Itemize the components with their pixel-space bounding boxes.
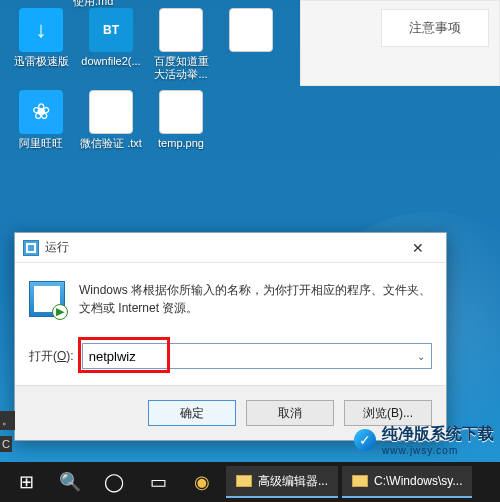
search-icon[interactable]: 🔍 bbox=[50, 462, 90, 502]
cortana-icon[interactable]: ◯ bbox=[94, 462, 134, 502]
folder-icon bbox=[352, 475, 368, 487]
text-file-icon bbox=[229, 8, 273, 52]
run-dialog: 运行 ✕ Windows 将根据你所输入的名称，为你打开相应的程序、文件夹、文档… bbox=[14, 232, 447, 441]
run-body: Windows 将根据你所输入的名称，为你打开相应的程序、文件夹、文档或 Int… bbox=[15, 263, 446, 385]
desktop-icon-temp-png[interactable]: temp.png bbox=[148, 90, 214, 168]
desktop-icon-label: downfile2(... bbox=[81, 55, 140, 68]
desktop-icon-xunlei[interactable]: ↓ 迅雷极速版 bbox=[8, 8, 74, 86]
desktop-icon-blank-doc[interactable] bbox=[218, 8, 284, 86]
chevron-down-icon[interactable]: ⌄ bbox=[411, 344, 431, 368]
run-title: 运行 bbox=[45, 239, 69, 256]
watermark-title: 纯净版系统下载 bbox=[382, 424, 494, 445]
watermark-url: www.jwsy.com bbox=[382, 445, 494, 456]
desktop-icon-baidu-doc[interactable]: 百度知道重大活动举... bbox=[148, 8, 214, 86]
browse-button[interactable]: 浏览(B)... bbox=[344, 400, 432, 426]
chrome-icon[interactable]: ◉ bbox=[182, 462, 222, 502]
taskbar-item-editor[interactable]: 高级编辑器... bbox=[226, 466, 338, 498]
edge-fragment: C bbox=[0, 436, 12, 452]
open-combobox[interactable]: ⌄ bbox=[82, 343, 432, 369]
desktop-icon-label: 迅雷极速版 bbox=[14, 55, 69, 68]
run-message: Windows 将根据你所输入的名称，为你打开相应的程序、文件夹、文档或 Int… bbox=[79, 281, 432, 317]
desktop-icon-label: 微信验证 .txt bbox=[80, 137, 142, 150]
edge-fragment: 。 bbox=[0, 411, 15, 430]
run-app-icon bbox=[29, 281, 65, 317]
desktop-icon-downfile2[interactable]: BT downfile2(... bbox=[78, 8, 144, 86]
cancel-button[interactable]: 取消 bbox=[246, 400, 334, 426]
taskview-icon[interactable]: ▭ bbox=[138, 462, 178, 502]
bt-icon: BT bbox=[89, 8, 133, 52]
notice-tab[interactable]: 注意事项 bbox=[381, 9, 489, 47]
text-file-icon bbox=[89, 90, 133, 134]
desktop-icon-label: 阿里旺旺 bbox=[19, 137, 63, 150]
taskbar-item-label: C:\Windows\sy... bbox=[374, 474, 462, 488]
right-panel: 注意事项 bbox=[300, 0, 500, 86]
close-button[interactable]: ✕ bbox=[396, 234, 440, 262]
watermark: ✓ 纯净版系统下载 www.jwsy.com bbox=[354, 424, 494, 456]
run-title-icon bbox=[23, 240, 39, 256]
desktop-icon-label: temp.png bbox=[158, 137, 204, 150]
taskbar-item-label: 高级编辑器... bbox=[258, 473, 328, 490]
desktop-icon-label: 使用.md bbox=[73, 0, 113, 9]
image-file-icon bbox=[159, 90, 203, 134]
run-titlebar[interactable]: 运行 ✕ bbox=[15, 233, 446, 263]
desktop-icon-aliwangwang[interactable]: ❀ 阿里旺旺 bbox=[8, 90, 74, 168]
taskbar: ⊞ 🔍 ◯ ▭ ◉ 高级编辑器... C:\Windows\sy... bbox=[0, 462, 500, 502]
folder-icon bbox=[236, 475, 252, 487]
desktop-icon-label: 百度知道重大活动举... bbox=[149, 55, 213, 81]
open-label: 打开(O): bbox=[29, 348, 74, 365]
watermark-logo-icon: ✓ bbox=[354, 429, 376, 451]
desktop-background: 注意事项 使用.md ↓ 迅雷极速版 BT downfile2(... 百度知道… bbox=[0, 0, 500, 502]
start-button[interactable]: ⊞ bbox=[6, 462, 46, 502]
xunlei-icon: ↓ bbox=[19, 8, 63, 52]
text-file-icon bbox=[159, 8, 203, 52]
desktop-icons-grid: 使用.md ↓ 迅雷极速版 BT downfile2(... 百度知道重大活动举… bbox=[8, 8, 284, 168]
aliwangwang-icon: ❀ bbox=[19, 90, 63, 134]
ok-button[interactable]: 确定 bbox=[148, 400, 236, 426]
desktop-icon-wechat-txt[interactable]: 微信验证 .txt bbox=[78, 90, 144, 168]
open-input[interactable] bbox=[82, 343, 432, 369]
taskbar-item-explorer[interactable]: C:\Windows\sy... bbox=[342, 466, 472, 498]
